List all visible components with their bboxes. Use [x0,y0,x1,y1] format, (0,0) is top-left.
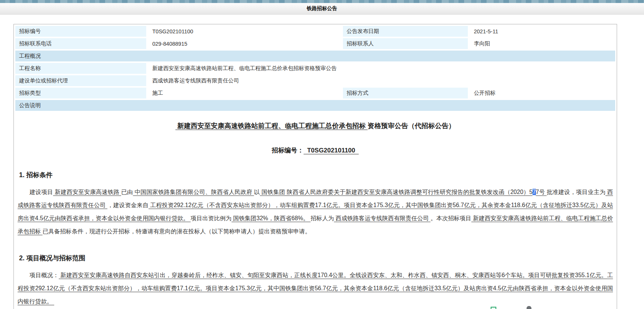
announcement-body: 新建西安至安康高速铁路站前工程、临电工程施工总价承包招标 资格预审公告（代招标公… [14,112,617,309]
underlined-text: 新建西安至安康高速铁路站前工程、临电工程施工总价承包招标 [175,122,368,130]
plain-text: 已具备招标条件，现进行公开招标，特邀请有意向的潜在投标人（以下简称申请人）提出资… [43,228,311,234]
tender-info-table: 招标编号 T0SG202101100 公告发布日期 2021-5-11 招标联系… [14,24,617,112]
page-titlebar: 铁路招标公告 [0,3,644,15]
underlined-text: 新建西安至安康高速铁路 [53,189,121,195]
label-contact-person: 招标联系人 [343,38,468,49]
partial-gray-icon [527,306,531,309]
label-contact-phone: 招标联系电话 [15,38,146,49]
table-row: 招标编号 T0SG202101100 公告发布日期 2021-5-11 [15,26,615,37]
underlined-text: 国铁集团 陕西省人民政府委关于新建西安至安康高速铁路调整可行性研究报告的批复铁发… [260,189,533,195]
announcement-frame: 招标编号 T0SG202101100 公告发布日期 2021-5-11 招标联系… [13,24,617,309]
table-row: 工程名称 新建西安至安康高速铁路站前工程、临电工程施工总价承包招标资格预审公告 [15,63,615,74]
underlined-text: 中国国家铁路集团有限公司、陕西省人民政府 [133,189,254,195]
value-tender-type: 施工 [148,88,341,99]
label-tender-number: 招标编号 [15,26,146,37]
announcement-tender-number-line: 招标编号： T0SG202101100 [17,146,614,155]
underlined-text: 7 [533,189,536,195]
plain-text: 项目出资比例为 [191,215,231,221]
plain-text: 以 [254,189,260,195]
label-tender-method: 招标方式 [343,88,468,99]
table-row: 招标联系电话 029-84088915 招标联系人 李向阳 [15,38,615,49]
value-tender-method: 公开招标 [469,88,615,99]
section-1-paragraph: 建设项目 新建西安至安康高速铁路 已由 中国国家铁路集团有限公司、陕西省人民政府… [18,185,613,238]
plain-text: 已由 [121,189,133,195]
plain-text: 项目概况： [30,272,59,278]
value-owner-or-agent: 西成铁路客运专线陕西有限责任公司 [148,75,615,86]
table-row: 公告说明 [15,100,615,111]
plain-text: 。本次招标项目 [430,215,471,221]
page-title: 铁路招标公告 [307,5,337,12]
underlined-text: T0SG202101100 [304,147,359,154]
table-row: 招标类型 施工 招标方式 公开招标 [15,88,615,99]
section-2-paragraph: 项目概况： 新建西安至安康高速铁路自西安东站引出，穿越秦岭后，经柞水、镇安、旬阳… [18,269,613,308]
underlined-text: 新建西安至安康高速铁路自西安东站引出，穿越秦岭后，经柞水、镇安、旬阳至安康西站，… [18,272,613,305]
partial-green-square-icon [491,307,496,309]
table-row: 工程概况 [15,51,615,61]
page: { "header": { "top_title": "铁路招标公告" }, "… [0,0,644,309]
section-1-heading: 1. 招标条件 [19,170,614,179]
section-header-announcement: 公告说明 [15,100,615,111]
browser-chrome-strip [0,0,644,3]
value-project-name: 新建西安至安康高速铁路站前工程、临电工程施工总价承包招标资格预审公告 [148,63,615,74]
section-2-heading: 2. 项目概况与招标范围 [19,254,614,263]
plain-text: ，建设资金来自 [107,202,148,208]
plain-text: 资格预审公告（代招标公告） [368,122,455,130]
value-publish-date: 2021-5-11 [469,26,615,37]
value-contact-person: 李向阳 [469,38,615,49]
announcement-title: 新建西安至安康高速铁路站前工程、临电工程施工总价承包招标 资格预审公告（代招标公… [17,121,614,130]
plain-text: 招标编号： [272,147,304,154]
underlined-text: 西成铁路客运专线陕西有限责任公司 [334,215,430,221]
value-contact-phone: 029-84088915 [148,38,341,49]
section-header-project-overview: 工程概况 [15,51,615,61]
table-row: 建设单位或招标代理 西成铁路客运专线陕西有限责任公司 [15,75,615,86]
plain-text: 建设项目 [30,189,53,195]
underlined-text: 国铁集团32%，陕西省68%。 [231,215,311,221]
value-tender-number: T0SG202101100 [148,26,341,37]
label-tender-type: 招标类型 [15,88,146,99]
label-project-name: 工程名称 [15,63,146,74]
plain-text: 批准建设，项目业主为 [547,189,605,195]
label-publish-date: 公告发布日期 [343,26,468,37]
plain-text: 招标人为 [310,215,334,221]
underlined-text: 7号 [536,189,547,195]
label-owner-or-agent: 建设单位或招标代理 [15,75,146,86]
